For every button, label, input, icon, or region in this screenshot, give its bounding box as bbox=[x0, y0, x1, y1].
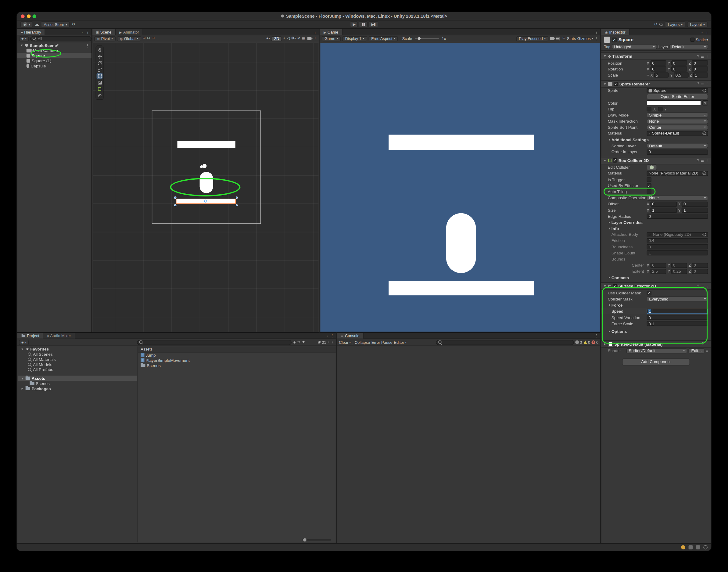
create-asset-button[interactable]: +▾ bbox=[19, 340, 29, 345]
flip-x-checkbox[interactable] bbox=[647, 107, 651, 111]
lock-icon[interactable]: ◦ bbox=[327, 334, 328, 337]
zoom-window-button[interactable] bbox=[32, 14, 36, 18]
lock-icon[interactable]: ◦ bbox=[702, 30, 703, 34]
breadcrumb-assets[interactable]: Assets bbox=[141, 347, 153, 351]
gameobject-name[interactable]: Square bbox=[619, 37, 689, 43]
tab-inspector[interactable]: ◉ Inspector bbox=[601, 29, 630, 35]
tab-project[interactable]: Project bbox=[17, 333, 43, 338]
custom-tool-button[interactable] bbox=[97, 92, 103, 98]
open-sprite-editor-button[interactable]: Open Sprite Editor bbox=[647, 94, 708, 99]
favorite-all-prefabs[interactable]: All Prefabs bbox=[18, 367, 137, 372]
stats-toggle[interactable]: Stats bbox=[567, 36, 576, 41]
undo-history-icon[interactable]: ↺ bbox=[654, 22, 658, 26]
offset-y-field[interactable]: 0 bbox=[681, 201, 708, 207]
foldout-closed-icon[interactable]: ▸ bbox=[608, 221, 612, 224]
material-object-field[interactable]: ◕Sprites-Default⊙ bbox=[647, 131, 708, 136]
menu-dots-icon[interactable]: ⋮ bbox=[594, 334, 598, 338]
tab-audio-mixer[interactable]: ♯ Audio Mixer bbox=[43, 333, 75, 338]
presets-icon[interactable]: ⚌ bbox=[701, 284, 704, 288]
size-x-field[interactable]: 1 bbox=[650, 208, 677, 213]
help-icon[interactable]: ? bbox=[697, 284, 699, 288]
aspect-dropdown[interactable]: Free Aspect▾ bbox=[369, 36, 398, 41]
asset-item-playersimplemovement[interactable]: PlayerSimpleMovement bbox=[138, 358, 335, 363]
project-searchbox[interactable] bbox=[137, 340, 292, 345]
pause-button[interactable]: ▮▮ bbox=[359, 21, 368, 27]
tab-console[interactable]: ≣ Console bbox=[337, 333, 363, 338]
foldout-closed-icon[interactable]: ▸ bbox=[603, 342, 606, 346]
menu-dots-icon[interactable]: ⋮ bbox=[594, 29, 598, 34]
menu-lines-icon[interactable]: ≡ bbox=[706, 349, 708, 353]
scene-camera-icon[interactable] bbox=[307, 37, 311, 40]
lock-icon[interactable]: ◦ bbox=[328, 341, 329, 344]
search-by-type-icon[interactable]: ◈ bbox=[293, 341, 296, 344]
help-icon[interactable]: ? bbox=[697, 54, 699, 58]
material-preview-header[interactable]: ▸ Sprites-Default (Material) ? ⋮ bbox=[601, 341, 711, 348]
mute-audio-icon[interactable] bbox=[556, 37, 561, 41]
console-log-area[interactable] bbox=[338, 347, 600, 543]
physics-material-field[interactable]: None (Physics Material 2D)⊙ bbox=[647, 171, 708, 176]
foldout-open-icon[interactable]: ▾ bbox=[603, 54, 606, 58]
edit-collider-tool-button[interactable] bbox=[97, 86, 103, 92]
close-window-button[interactable] bbox=[21, 14, 25, 18]
speed-variation-field[interactable]: 0 bbox=[647, 315, 708, 320]
help-icon[interactable]: ? bbox=[697, 158, 699, 163]
static-dropdown[interactable]: Static ▾ bbox=[691, 38, 708, 42]
scene-viewport[interactable] bbox=[93, 43, 318, 332]
force-foldout-row[interactable]: ▾ Force bbox=[601, 302, 711, 308]
asset-store-button[interactable]: Asset Store ▾ bbox=[41, 21, 70, 27]
rotation-x-field[interactable]: 0 bbox=[650, 67, 666, 72]
object-picker-icon[interactable]: ⊙ bbox=[702, 171, 706, 175]
display-dropdown[interactable]: Display 1▾ bbox=[342, 36, 367, 41]
favorites-header[interactable]: ▾ ★ Favorites bbox=[18, 347, 137, 352]
menu-dots-icon[interactable]: ⋮ bbox=[86, 29, 90, 34]
is-trigger-checkbox[interactable] bbox=[647, 177, 651, 182]
rect-handle-bottom-left[interactable] bbox=[174, 204, 176, 206]
lighting-toggle-icon[interactable]: ◐ bbox=[283, 37, 286, 40]
layer-dropdown[interactable]: Default▾ bbox=[670, 44, 708, 50]
rotation-z-field[interactable]: 0 bbox=[692, 67, 708, 72]
position-x-field[interactable]: 0 bbox=[650, 60, 666, 66]
sort-point-dropdown[interactable]: Center▾ bbox=[647, 125, 708, 130]
tree-scenes-folder[interactable]: Scenes bbox=[18, 381, 137, 386]
view-tool-button[interactable] bbox=[97, 47, 103, 53]
warning-count-toggle[interactable]: 0 bbox=[583, 340, 590, 344]
link-scale-icon[interactable]: ∞ bbox=[647, 74, 649, 77]
eyedropper-icon[interactable]: ✎ bbox=[702, 100, 708, 105]
offset-x-field[interactable]: 0 bbox=[650, 201, 677, 207]
composite-operation-dropdown[interactable]: None▾ bbox=[647, 195, 708, 200]
shader-dropdown[interactable]: Sprites/Default▾ bbox=[627, 348, 687, 353]
foldout-open-icon[interactable]: ▾ bbox=[603, 159, 606, 162]
help-icon[interactable]: ? bbox=[697, 82, 699, 86]
capture-icon[interactable] bbox=[551, 37, 555, 40]
error-count-toggle[interactable]: ! 0 bbox=[592, 340, 598, 344]
foldout-open-icon[interactable]: ▾ bbox=[603, 82, 606, 86]
search-by-label-icon[interactable]: ✩ bbox=[297, 341, 301, 344]
collider-mask-dropdown[interactable]: Everything▾ bbox=[647, 296, 708, 302]
edit-shader-button[interactable]: Edit... bbox=[689, 348, 705, 353]
favorite-all-models[interactable]: All Models bbox=[18, 362, 137, 367]
2d-mode-toggle[interactable]: 2D bbox=[271, 36, 282, 41]
hierarchy-scene-row[interactable]: ▾ SampleScene* ⋮ bbox=[17, 43, 91, 48]
hidden-packages-toggle[interactable]: ◉ 21 bbox=[318, 340, 326, 344]
use-collider-mask-checkbox[interactable]: ✓ bbox=[647, 291, 651, 295]
edge-radius-field[interactable]: 0 bbox=[647, 214, 708, 219]
scene-sprite-blob[interactable] bbox=[203, 164, 207, 168]
grid-snap-icon[interactable]: ⊞ bbox=[143, 37, 146, 40]
foldout-closed-icon[interactable]: ▸ bbox=[608, 330, 612, 334]
pivot-handle[interactable] bbox=[204, 200, 207, 203]
scale-tool-button[interactable] bbox=[97, 67, 103, 73]
project-search-input[interactable] bbox=[145, 340, 290, 344]
presets-icon[interactable]: ⚌ bbox=[701, 158, 704, 163]
foldout-open-icon[interactable]: ▾ bbox=[608, 138, 612, 142]
flip-y-checkbox[interactable] bbox=[658, 107, 662, 111]
editor-dropdown[interactable]: Editor▾ bbox=[394, 340, 407, 344]
sprite-renderer-enabled-checkbox[interactable]: ✓ bbox=[614, 82, 618, 86]
menu-dots-icon[interactable]: ⋮ bbox=[705, 342, 709, 346]
foldout-closed-icon[interactable]: ▸ bbox=[20, 386, 24, 390]
asset-item-jump[interactable]: Jump bbox=[138, 352, 335, 358]
options-row[interactable]: ▸ Options bbox=[601, 329, 711, 335]
scale-y-field[interactable]: 0.5 bbox=[674, 73, 689, 78]
scale-z-field[interactable]: 1 bbox=[693, 73, 708, 78]
menu-dots-icon[interactable]: ⋮ bbox=[313, 36, 317, 41]
error-pause-toggle[interactable]: Error Pause bbox=[372, 340, 393, 344]
